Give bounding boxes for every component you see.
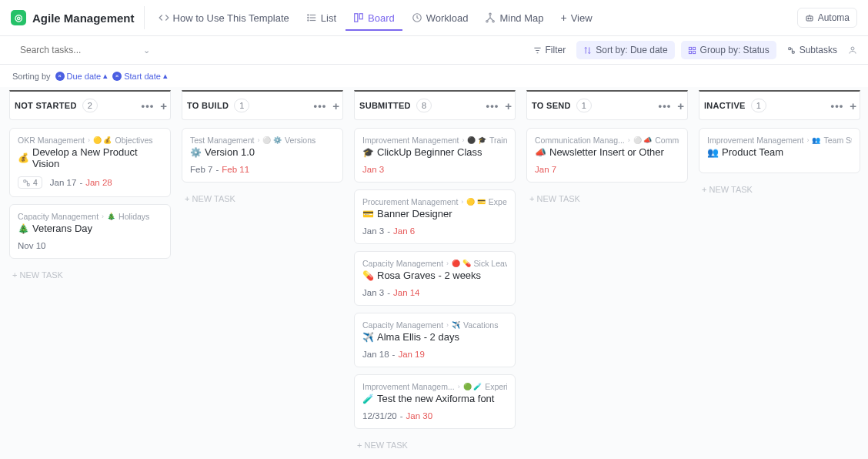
topbar: ◎ Agile Management How to Use This Templ… — [0, 0, 868, 36]
chevron-right-icon: › — [458, 383, 460, 390]
svg-rect-17 — [689, 47, 691, 49]
card-dates: 4Jan 17-Jan 28 — [18, 176, 162, 189]
sortby-button[interactable]: Sort by: Due date — [576, 41, 674, 59]
card[interactable]: Improvement Management›⚫ 🎓Trainings🎓Clic… — [354, 128, 516, 183]
person-icon[interactable] — [848, 45, 857, 55]
filter-icon — [533, 46, 542, 55]
column-menu-icon[interactable]: ••• — [314, 100, 327, 112]
column-title: SUBMITTED — [359, 101, 411, 110]
card-dates: Jan 3-Jan 6 — [362, 226, 507, 236]
card-title: 🎓ClickUp Beginner Class — [362, 146, 507, 158]
column-menu-icon[interactable]: ••• — [486, 100, 499, 112]
svg-point-3 — [308, 15, 309, 15]
tab-board[interactable]: Board — [346, 7, 402, 31]
title-icon: ⚙️ — [190, 147, 202, 158]
sort-chip-duedate[interactable]: × Due date ▴ — [55, 71, 108, 81]
subtasks-button[interactable]: Subtasks — [783, 42, 842, 59]
due-date: Jan 3 — [362, 165, 384, 174]
column-menu-icon[interactable]: ••• — [659, 100, 672, 112]
remove-sort-icon[interactable]: × — [112, 72, 122, 81]
groupby-button[interactable]: Group by: Status — [681, 41, 776, 59]
new-task-button[interactable]: + NEW TASK — [354, 436, 516, 454]
card-title: 💰Develop a New Product Vision — [18, 146, 162, 169]
tab-list[interactable]: List — [299, 7, 344, 29]
card[interactable]: OKR Management›🟡 💰Objectives💰Develop a N… — [9, 128, 171, 197]
column-count: 1 — [576, 99, 592, 112]
column-header[interactable]: TO BUILD1•••+ — [182, 90, 343, 120]
filter-button[interactable]: Filter — [529, 42, 571, 59]
remove-sort-icon[interactable]: × — [55, 72, 65, 81]
crumb-icons: 🟡 💳 — [466, 198, 486, 206]
new-task-button[interactable]: + NEW TASK — [699, 180, 860, 199]
sort-chip-startdate[interactable]: × Start date ▴ — [112, 71, 168, 81]
crumb-icons: ⚪ 📣 — [633, 136, 653, 144]
card[interactable]: Improvement Management›👥Team Status👥Prod… — [699, 128, 860, 173]
card-breadcrumb: Procurement Management›🟡 💳Expenses — [362, 197, 507, 206]
tab-workload[interactable]: Workload — [404, 7, 476, 29]
add-view[interactable]: + View — [553, 6, 600, 29]
card[interactable]: Communication Manag...›⚪ 📣Communica...📣N… — [526, 128, 688, 183]
chevron-right-icon: › — [257, 136, 259, 144]
column-header[interactable]: SUBMITTED8•••+ — [354, 90, 516, 120]
tab-mindmap[interactable]: Mind Map — [477, 7, 551, 29]
svg-point-14 — [810, 18, 811, 19]
add-card-icon[interactable]: + — [160, 99, 167, 112]
crumb-icons: 🟢 🧪 — [463, 383, 482, 390]
card[interactable]: Improvement Managem...›🟢 🧪Experime...🧪Te… — [354, 374, 516, 429]
workspace-name: Agile Management — [32, 12, 135, 25]
workspace-title[interactable]: ◎ Agile Management — [11, 10, 135, 25]
start-date: Jan 3 — [362, 288, 384, 297]
add-card-icon[interactable]: + — [850, 99, 856, 112]
add-card-icon[interactable]: + — [505, 99, 512, 112]
card-dates: Jan 7 — [535, 165, 679, 174]
card-breadcrumb: Capacity Management›🎄Holidays — [18, 212, 162, 221]
title-icon: 💳 — [362, 209, 374, 219]
card-breadcrumb: Improvement Management›⚫ 🎓Trainings — [362, 136, 507, 145]
card-breadcrumb: Improvement Management›👥Team Status — [707, 136, 852, 145]
column-header[interactable]: TO SEND1•••+ — [526, 90, 688, 120]
title-icon: 💊 — [362, 270, 374, 281]
column-count: 8 — [416, 99, 432, 112]
automations-button[interactable]: Automa — [797, 8, 857, 28]
card[interactable]: Capacity Management›🔴 💊Sick Leave💊Rosa G… — [354, 251, 516, 306]
crumb-icons: ⚪ ⚙️ — [262, 136, 282, 144]
new-task-button[interactable]: + NEW TASK — [9, 266, 171, 284]
card-title: ⚙️Version 1.0 — [190, 146, 335, 158]
add-card-icon[interactable]: + — [677, 99, 684, 112]
column-menu-icon[interactable]: ••• — [831, 100, 844, 112]
new-task-button[interactable]: + NEW TASK — [182, 189, 343, 208]
card-dates: Jan 3-Jan 14 — [362, 288, 507, 297]
chevron-right-icon: › — [462, 136, 464, 144]
column-title: TO SEND — [532, 101, 571, 110]
card[interactable]: Capacity Management›✈️Vacations✈️Alma El… — [354, 313, 516, 367]
column-menu-icon[interactable]: ••• — [142, 100, 155, 112]
card-dates: Jan 18-Jan 19 — [362, 350, 507, 359]
title-icon: 👥 — [707, 147, 719, 158]
column: INACTIVE1•••+Improvement Management›👥Tea… — [699, 90, 860, 199]
start-date: Jan 17 — [50, 178, 77, 187]
sort-icon — [583, 46, 592, 55]
due-date: Jan 28 — [85, 178, 112, 187]
column-header[interactable]: INACTIVE1•••+ — [699, 90, 860, 120]
card[interactable]: Capacity Management›🎄Holidays🎄Veterans D… — [9, 204, 171, 259]
svg-point-11 — [492, 21, 494, 22]
chevron-right-icon: › — [628, 136, 630, 144]
card[interactable]: Procurement Management›🟡 💳Expenses💳Banne… — [354, 189, 516, 244]
crumb-icons: 🔴 💊 — [452, 260, 471, 267]
svg-rect-19 — [689, 51, 691, 53]
svg-rect-6 — [355, 14, 358, 22]
subtask-count[interactable]: 4 — [18, 176, 42, 189]
svg-point-21 — [851, 47, 854, 50]
chevron-down-icon[interactable]: ⌄ — [143, 45, 150, 55]
column-header[interactable]: NOT STARTED2•••+ — [9, 90, 171, 120]
card[interactable]: Test Management›⚪ ⚙️Versions⚙️Version 1.… — [182, 128, 343, 183]
add-card-icon[interactable]: + — [332, 99, 339, 112]
svg-point-9 — [489, 13, 491, 15]
column-count: 1 — [234, 99, 249, 112]
tab-howto[interactable]: How to Use This Template — [151, 7, 297, 29]
search-input[interactable] — [20, 45, 135, 55]
card-title: 🎄Veterans Day — [18, 223, 162, 234]
chevron-right-icon: › — [806, 136, 809, 144]
robot-icon — [805, 13, 814, 22]
new-task-button[interactable]: + NEW TASK — [526, 189, 688, 208]
